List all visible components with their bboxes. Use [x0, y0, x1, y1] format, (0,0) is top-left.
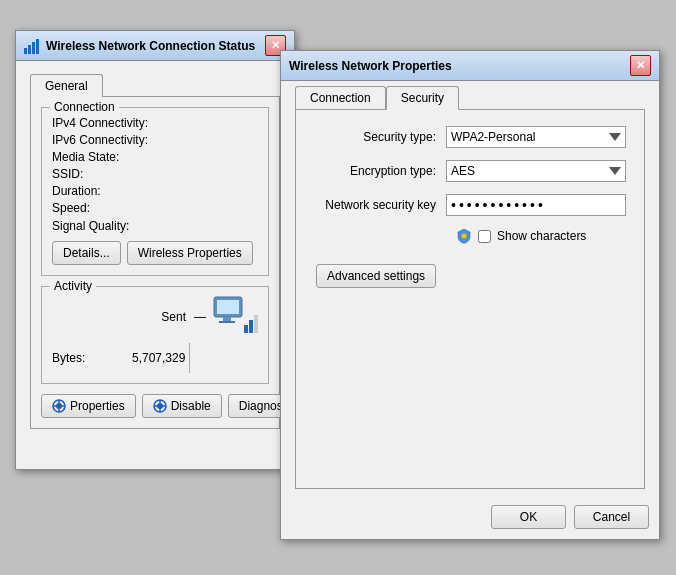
signal-quality-label: Signal Quality: — [52, 219, 258, 233]
properties-tab-content: Security type: WPA2-Personal No authenti… — [295, 109, 645, 489]
svg-point-15 — [462, 234, 467, 239]
show-chars-label[interactable]: Show characters — [497, 229, 586, 243]
ssid-label: SSID: — [52, 167, 152, 181]
security-type-control: WPA2-Personal No authentication (Open) S… — [446, 126, 634, 148]
network-icon-wrap — [206, 295, 258, 339]
show-chars-row: Show characters — [456, 228, 634, 244]
encryption-type-row: Encryption type: AES TKIP — [306, 160, 634, 182]
bytes-value: 5,707,329 — [132, 351, 185, 365]
status-window: Wireless Network Connection Status ✕ Gen… — [15, 30, 295, 470]
security-type-select[interactable]: WPA2-Personal No authentication (Open) S… — [446, 126, 626, 148]
svg-point-12 — [56, 403, 62, 409]
svg-rect-2 — [32, 42, 35, 54]
svg-rect-3 — [36, 39, 39, 54]
status-tabs: General — [24, 69, 286, 96]
ipv6-row: IPv6 Connectivity: — [52, 133, 258, 147]
properties-btn-inner: Properties — [52, 399, 125, 413]
status-title-bar: Wireless Network Connection Status ✕ — [16, 31, 294, 61]
security-type-row: Security type: WPA2-Personal No authenti… — [306, 126, 634, 148]
properties-button[interactable]: Properties — [41, 394, 136, 418]
connection-group: Connection IPv4 Connectivity: IPv6 Conne… — [41, 107, 269, 276]
status-content: General Connection IPv4 Connectivity: IP… — [16, 61, 294, 437]
svg-rect-0 — [24, 48, 27, 54]
network-key-control — [446, 194, 634, 216]
disable-button[interactable]: Disable — [142, 394, 222, 418]
bottom-buttons: Properties Disable Diagnose — [41, 394, 269, 418]
properties-tabs: Connection Security — [289, 81, 651, 109]
disable-icon — [153, 399, 167, 413]
activity-group: Activity Sent — — [41, 286, 269, 384]
ipv4-row: IPv4 Connectivity: — [52, 116, 258, 130]
svg-point-14 — [157, 403, 163, 409]
ipv4-label: IPv4 Connectivity: — [52, 116, 152, 130]
network-key-input[interactable] — [446, 194, 626, 216]
media-row: Media State: — [52, 150, 258, 164]
svg-rect-10 — [254, 315, 258, 333]
window-bottom-buttons: OK Cancel — [491, 505, 649, 529]
properties-title-bar: Wireless Network Properties ✕ — [281, 51, 659, 81]
wireless-properties-button[interactable]: Wireless Properties — [127, 241, 253, 265]
ok-button[interactable]: OK — [491, 505, 566, 529]
svg-rect-7 — [219, 321, 235, 323]
tab-general[interactable]: General — [30, 74, 103, 97]
status-title-text: Wireless Network Connection Status — [46, 39, 265, 53]
details-button[interactable]: Details... — [52, 241, 121, 265]
network-key-label: Network security key — [306, 198, 446, 212]
bytes-row: Bytes: 5,707,329 — [52, 343, 258, 373]
sent-line: Sent — — [161, 310, 206, 324]
speed-label: Speed: — [52, 201, 152, 215]
advanced-settings-button[interactable]: Advanced settings — [316, 264, 436, 288]
activity-content: Sent — — [52, 295, 258, 339]
sent-label: Sent — [161, 310, 186, 324]
network-key-row: Network security key — [306, 194, 634, 216]
ssid-row: SSID: — [52, 167, 258, 181]
show-chars-checkbox[interactable] — [478, 230, 491, 243]
tab-connection[interactable]: Connection — [295, 86, 386, 110]
encryption-type-label: Encryption type: — [306, 164, 446, 178]
properties-window: Wireless Network Properties ✕ Connection… — [280, 50, 660, 540]
svg-rect-8 — [244, 325, 248, 333]
properties-icon — [52, 399, 66, 413]
ipv6-label: IPv6 Connectivity: — [52, 133, 152, 147]
duration-label: Duration: — [52, 184, 152, 198]
status-tab-content: Connection IPv4 Connectivity: IPv6 Conne… — [30, 96, 280, 429]
speed-row: Speed: — [52, 201, 258, 215]
connection-group-label: Connection — [50, 100, 119, 114]
properties-close-button[interactable]: ✕ — [630, 55, 651, 76]
media-label: Media State: — [52, 150, 152, 164]
encryption-type-control: AES TKIP — [446, 160, 634, 182]
network-computer-icon — [206, 295, 258, 339]
disable-btn-inner: Disable — [153, 399, 211, 413]
shield-icon — [456, 228, 472, 244]
sent-arrow: — — [194, 310, 206, 324]
svg-rect-6 — [223, 317, 231, 321]
connection-buttons: Details... Wireless Properties — [52, 241, 258, 265]
sent-recv-section: Sent — — [52, 310, 206, 324]
vert-divider — [189, 343, 190, 373]
properties-title-text: Wireless Network Properties — [289, 59, 630, 73]
tab-security[interactable]: Security — [386, 86, 459, 110]
duration-row: Duration: — [52, 184, 258, 198]
activity-group-label: Activity — [50, 279, 96, 293]
bytes-label: Bytes: — [52, 351, 112, 365]
properties-body: Connection Security Security type: WPA2-… — [281, 81, 659, 497]
svg-rect-9 — [249, 320, 253, 333]
advanced-btn-row: Advanced settings — [306, 264, 634, 288]
signal-title-icon — [24, 38, 40, 54]
svg-rect-5 — [217, 300, 239, 314]
encryption-type-select[interactable]: AES TKIP — [446, 160, 626, 182]
security-type-label: Security type: — [306, 130, 446, 144]
cancel-button[interactable]: Cancel — [574, 505, 649, 529]
svg-rect-1 — [28, 45, 31, 54]
